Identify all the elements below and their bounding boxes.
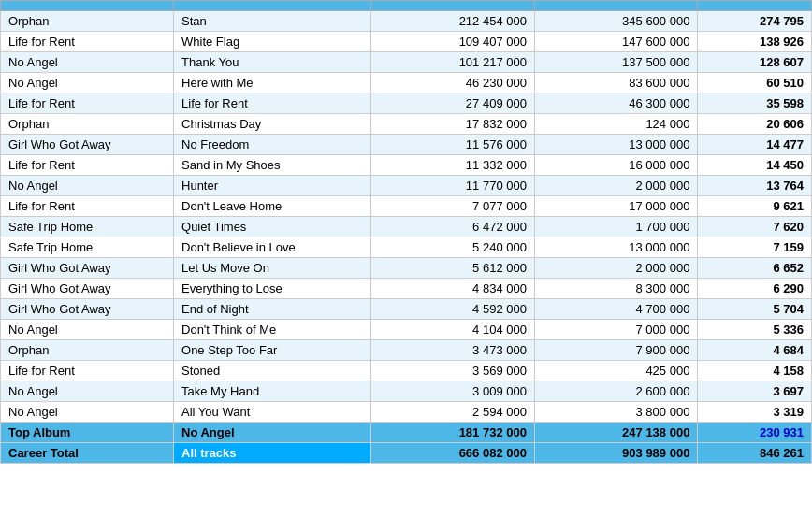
- cell-spotify: 6 472 000: [371, 217, 534, 237]
- career-total-spotify: 666 082 000: [371, 443, 534, 464]
- cell-youtube: 46 300 000: [534, 93, 697, 114]
- cell-album: Girl Who Got Away: [1, 258, 174, 279]
- cell-song: Life for Rent: [174, 93, 371, 114]
- cell-eas: 5 336: [698, 320, 812, 340]
- cell-spotify: 101 217 000: [371, 52, 534, 73]
- top-album-song: No Angel: [174, 423, 371, 443]
- cell-youtube: 16 000 000: [534, 155, 697, 176]
- cell-eas: 3 697: [698, 381, 812, 402]
- cell-song: Here with Me: [174, 73, 371, 93]
- cell-spotify: 3 569 000: [371, 361, 534, 381]
- table-row: No AngelDon't Think of Me4 104 0007 000 …: [1, 320, 812, 340]
- cell-song: Quiet Times: [174, 217, 371, 237]
- cell-album: Orphan: [1, 114, 174, 135]
- table-row: No AngelAll You Want2 594 0003 800 0003 …: [1, 402, 812, 423]
- cell-youtube: 2 000 000: [534, 176, 697, 196]
- cell-song: Hunter: [174, 176, 371, 196]
- table-row: Life for RentWhite Flag109 407 000147 60…: [1, 32, 812, 52]
- cell-youtube: 2 000 000: [534, 258, 697, 279]
- cell-eas: 138 926: [698, 32, 812, 52]
- cell-album: Girl Who Got Away: [1, 279, 174, 299]
- top-album-row: Top Album No Angel 181 732 000 247 138 0…: [1, 423, 812, 443]
- cell-eas: 13 764: [698, 176, 812, 196]
- top-album-eas: 230 931: [698, 423, 812, 443]
- cell-eas: 7 620: [698, 217, 812, 237]
- top-album-youtube: 247 138 000: [534, 423, 697, 443]
- cell-song: One Step Too Far: [174, 340, 371, 361]
- cell-spotify: 17 832 000: [371, 114, 534, 135]
- table-row: No AngelHunter11 770 0002 000 00013 764: [1, 176, 812, 196]
- cell-spotify: 5 240 000: [371, 237, 534, 258]
- header-song: [174, 1, 371, 11]
- cell-spotify: 7 077 000: [371, 196, 534, 217]
- cell-eas: 6 652: [698, 258, 812, 279]
- cell-song: Don't Think of Me: [174, 320, 371, 340]
- table-row: Girl Who Got AwayLet Us Move On5 612 000…: [1, 258, 812, 279]
- cell-youtube: 345 600 000: [534, 11, 697, 32]
- table-row: Life for RentDon't Leave Home7 077 00017…: [1, 196, 812, 217]
- cell-eas: 3 319: [698, 402, 812, 423]
- cell-album: Orphan: [1, 11, 174, 32]
- table-row: Life for RentSand in My Shoes11 332 0001…: [1, 155, 812, 176]
- cell-eas: 274 795: [698, 11, 812, 32]
- cell-song: Take My Hand: [174, 381, 371, 402]
- table-row: Girl Who Got AwayEverything to Lose4 834…: [1, 279, 812, 299]
- main-table: OrphanStan212 454 000345 600 000274 795L…: [0, 0, 812, 464]
- cell-youtube: 13 000 000: [534, 237, 697, 258]
- cell-eas: 60 510: [698, 73, 812, 93]
- cell-spotify: 4 104 000: [371, 320, 534, 340]
- header-youtube: [534, 1, 697, 11]
- cell-album: No Angel: [1, 381, 174, 402]
- cell-spotify: 11 576 000: [371, 135, 534, 155]
- cell-album: No Angel: [1, 176, 174, 196]
- table-row: Girl Who Got AwayEnd of Night4 592 0004 …: [1, 299, 812, 320]
- table-row: Girl Who Got AwayNo Freedom11 576 00013 …: [1, 135, 812, 155]
- cell-song: Sand in My Shoes: [174, 155, 371, 176]
- cell-youtube: 8 300 000: [534, 279, 697, 299]
- cell-youtube: 83 600 000: [534, 73, 697, 93]
- cell-youtube: 425 000: [534, 361, 697, 381]
- cell-youtube: 7 900 000: [534, 340, 697, 361]
- cell-eas: 20 606: [698, 114, 812, 135]
- cell-youtube: 2 600 000: [534, 381, 697, 402]
- table-row: OrphanOne Step Too Far3 473 0007 900 000…: [1, 340, 812, 361]
- table-row: OrphanChristmas Day17 832 000124 00020 6…: [1, 114, 812, 135]
- table-row: Safe Trip HomeQuiet Times6 472 0001 700 …: [1, 217, 812, 237]
- table-row: No AngelThank You101 217 000137 500 0001…: [1, 52, 812, 73]
- cell-song: Don't Leave Home: [174, 196, 371, 217]
- header-album: [1, 1, 174, 11]
- cell-youtube: 7 000 000: [534, 320, 697, 340]
- cell-song: Stoned: [174, 361, 371, 381]
- cell-youtube: 1 700 000: [534, 217, 697, 237]
- cell-eas: 6 290: [698, 279, 812, 299]
- cell-song: Christmas Day: [174, 114, 371, 135]
- cell-song: Thank You: [174, 52, 371, 73]
- cell-eas: 5 704: [698, 299, 812, 320]
- cell-album: Life for Rent: [1, 32, 174, 52]
- cell-spotify: 3 473 000: [371, 340, 534, 361]
- table-row: Life for RentStoned3 569 000425 0004 158: [1, 361, 812, 381]
- table-row: No AngelTake My Hand3 009 0002 600 0003 …: [1, 381, 812, 402]
- cell-song: End of Night: [174, 299, 371, 320]
- cell-eas: 4 684: [698, 340, 812, 361]
- cell-song: Don't Believe in Love: [174, 237, 371, 258]
- cell-youtube: 17 000 000: [534, 196, 697, 217]
- cell-youtube: 137 500 000: [534, 52, 697, 73]
- cell-album: No Angel: [1, 52, 174, 73]
- cell-album: Life for Rent: [1, 155, 174, 176]
- top-album-spotify: 181 732 000: [371, 423, 534, 443]
- cell-spotify: 2 594 000: [371, 402, 534, 423]
- cell-eas: 9 621: [698, 196, 812, 217]
- career-total-row: Career Total All tracks 666 082 000 903 …: [1, 443, 812, 464]
- cell-spotify: 46 230 000: [371, 73, 534, 93]
- cell-eas: 128 607: [698, 52, 812, 73]
- table-row: Safe Trip HomeDon't Believe in Love5 240…: [1, 237, 812, 258]
- cell-song: Stan: [174, 11, 371, 32]
- career-total-song: All tracks: [174, 443, 371, 464]
- cell-youtube: 3 800 000: [534, 402, 697, 423]
- cell-album: No Angel: [1, 73, 174, 93]
- cell-eas: 7 159: [698, 237, 812, 258]
- table-row: No AngelHere with Me46 230 00083 600 000…: [1, 73, 812, 93]
- cell-album: Safe Trip Home: [1, 217, 174, 237]
- cell-spotify: 3 009 000: [371, 381, 534, 402]
